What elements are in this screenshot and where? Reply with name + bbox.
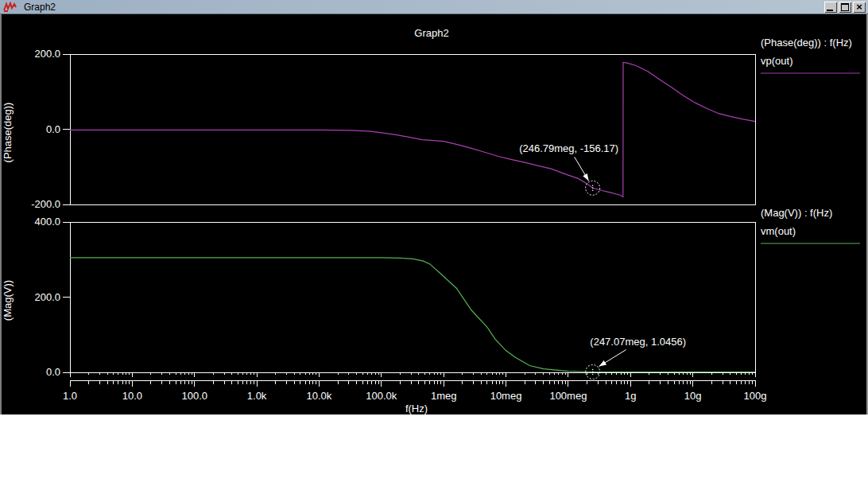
window-title: Graph2 <box>24 0 56 14</box>
cursor-annotation-mag: (247.07meg, 1.0456) <box>590 336 686 348</box>
graph-window: Graph2 × 200.00.0-200.0(Phase(deg))(Phas… <box>0 0 868 502</box>
x-tick-label: 100g <box>744 390 767 402</box>
y-tick-label-phase: -200.0 <box>31 198 60 210</box>
graph-client-area: 200.00.0-200.0(Phase(deg))(Phase(deg)) :… <box>0 14 868 414</box>
maximize-icon <box>841 3 849 11</box>
y-tick-label-phase: 200.0 <box>34 48 60 60</box>
legend-series-phase[interactable]: vp(out) <box>761 55 792 67</box>
minimize-icon <box>827 10 833 11</box>
close-button[interactable]: × <box>853 2 866 13</box>
x-tick-label: 10.0 <box>122 390 142 402</box>
x-tick-label: 1meg <box>431 390 457 402</box>
x-tick-label: 1.0k <box>247 390 267 402</box>
minimize-button[interactable] <box>824 2 837 13</box>
x-tick-label: 1.0 <box>63 390 77 402</box>
y-tick-label-mag: 400.0 <box>34 216 60 228</box>
simetrix-logo-icon <box>3 2 17 13</box>
plot-box-phase <box>70 54 755 204</box>
y-axis-title-phase: (Phase(deg)) <box>2 103 14 163</box>
y-tick-label-mag: 200.0 <box>34 291 60 303</box>
x-tick-label: 100.0 <box>181 390 207 402</box>
x-tick-label: 10meg <box>490 390 522 402</box>
phase-curve <box>70 62 755 197</box>
maximize-button[interactable] <box>839 2 851 13</box>
close-icon: × <box>856 1 862 13</box>
x-tick-label: 100.0k <box>366 390 397 402</box>
legend-header-mag: (Mag(V)) : f(Hz) <box>761 207 832 219</box>
annotation-arrow-mag <box>598 360 606 368</box>
y-axis-title-mag: (Mag(V)) <box>2 280 14 321</box>
cursor-marker-phase[interactable] <box>586 181 600 195</box>
x-tick-label: 1g <box>625 390 636 402</box>
workspace-background <box>0 414 868 502</box>
plot-svg: 200.00.0-200.0(Phase(deg))(Phase(deg)) :… <box>0 14 868 414</box>
x-tick-label: 100meg <box>549 390 587 402</box>
legend-header-phase: (Phase(deg)) : f(Hz) <box>761 37 852 49</box>
mag-curve <box>70 258 755 372</box>
window-controls: × <box>824 2 866 13</box>
y-tick-label-phase: 0.0 <box>46 123 60 135</box>
plot-title: Graph2 <box>414 27 448 39</box>
x-axis-title: f(Hz) <box>405 403 428 414</box>
y-tick-label-mag: 0.0 <box>46 366 60 378</box>
x-tick-label: 10g <box>684 390 702 402</box>
plot-box-mag <box>70 222 755 372</box>
legend-series-mag[interactable]: vm(out) <box>761 225 796 237</box>
window-left-border <box>0 14 2 414</box>
x-axis <box>70 372 755 387</box>
titlebar[interactable]: Graph2 × <box>0 0 868 14</box>
annotation-arrow-phase <box>583 173 591 182</box>
x-tick-label: 10.0k <box>307 390 332 402</box>
cursor-annotation-phase: (246.79meg, -156.17) <box>519 142 618 154</box>
